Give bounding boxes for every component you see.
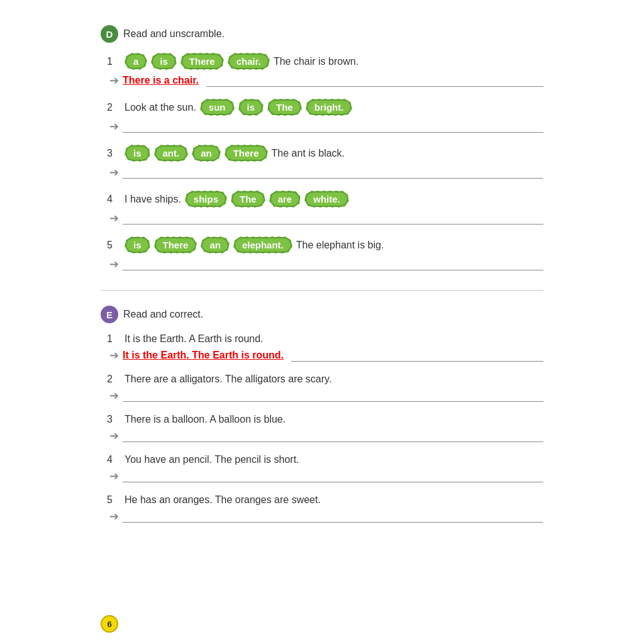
exercise-d2: 2 Look at the sun. sun is The bright. ➔ bbox=[101, 99, 543, 133]
word-tag-is-2: is bbox=[238, 99, 264, 116]
answer-row-e1: ➔ It is the Earth. The Earth is round. bbox=[107, 348, 543, 362]
prefix-d4: I have ships. bbox=[125, 194, 181, 205]
exercise-e2: 2 There are a alligators. The alligators… bbox=[101, 374, 543, 402]
exercise-d4-line: 4 I have ships. ships The are white. bbox=[107, 191, 543, 208]
answer-line-d3 bbox=[123, 166, 543, 179]
exercise-e5: 5 He has an oranges. The oranges are swe… bbox=[101, 494, 543, 523]
answer-row-d3: ➔ bbox=[107, 165, 543, 179]
prefix-d2: Look at the sun. bbox=[125, 102, 196, 113]
answer-line-e3 bbox=[123, 430, 543, 442]
sentence-e2: There are a alligators. The alligators a… bbox=[125, 374, 331, 385]
answer-row-e2: ➔ bbox=[107, 389, 543, 402]
section-e-badge: E bbox=[101, 306, 118, 323]
word-tag-the-4: The bbox=[231, 191, 265, 208]
word-tag-are: are bbox=[269, 191, 301, 208]
exercise-e3-line: 3 There is a balloon. A balloon is blue. bbox=[107, 414, 543, 425]
word-tag-sun: sun bbox=[200, 99, 235, 116]
exercise-e3: 3 There is a balloon. A balloon is blue.… bbox=[101, 414, 543, 443]
section-d: D Read and unscramble. 1 a is There chai… bbox=[101, 25, 543, 271]
section-d-instruction: Read and unscramble. bbox=[123, 28, 225, 40]
answer-row-d4: ➔ bbox=[107, 211, 543, 225]
exercise-e2-num: 2 bbox=[107, 374, 118, 385]
answer-line-d4 bbox=[123, 212, 543, 225]
exercise-d2-num: 2 bbox=[107, 102, 118, 113]
word-tag-the-2: The bbox=[267, 99, 302, 116]
answer-line-e2 bbox=[123, 389, 543, 402]
exercise-e1-num: 1 bbox=[107, 333, 118, 345]
answer-line-d1 bbox=[206, 74, 543, 87]
exercise-d5: 5 is There an elephant. The elephant is … bbox=[101, 236, 543, 271]
sentence-e5: He has an oranges. The oranges are sweet… bbox=[125, 494, 321, 506]
exercise-e4: 4 You have an pencil. The pencil is shor… bbox=[101, 454, 543, 483]
sentence-e4: You have an pencil. The pencil is short. bbox=[125, 454, 299, 465]
answer-line-e4 bbox=[123, 470, 543, 482]
exercise-e1: 1 It is the Earth. A Earth is round. ➔ I… bbox=[101, 333, 543, 362]
section-e-header: E Read and correct. bbox=[101, 306, 543, 323]
arrow-e3: ➔ bbox=[109, 429, 119, 443]
word-tag-is-3: is bbox=[125, 145, 150, 162]
exercise-d2-line: 2 Look at the sun. sun is The bright. bbox=[107, 99, 543, 116]
answer-row-d5: ➔ bbox=[107, 257, 543, 271]
word-tag-there-5: There bbox=[154, 236, 197, 253]
arrow-d5: ➔ bbox=[109, 257, 119, 271]
answer-text-d1: There is a chair. bbox=[123, 75, 199, 86]
word-tag-bright: bright. bbox=[306, 99, 353, 116]
exercise-d3-num: 3 bbox=[107, 148, 118, 159]
word-tag-ships: ships bbox=[185, 191, 227, 208]
exercise-d1: 1 a is There chair. The chair is brown. … bbox=[101, 53, 543, 87]
arrow-d3: ➔ bbox=[109, 165, 119, 179]
exercise-e5-line: 5 He has an oranges. The oranges are swe… bbox=[107, 494, 543, 506]
exercise-e4-num: 4 bbox=[107, 454, 118, 465]
answer-line-d5 bbox=[123, 258, 543, 270]
exercise-d5-line: 5 is There an elephant. The elephant is … bbox=[107, 236, 543, 253]
word-tag-chair: chair. bbox=[228, 53, 270, 70]
arrow-d4: ➔ bbox=[109, 211, 119, 225]
sentence-e1: It is the Earth. A Earth is round. bbox=[125, 333, 264, 345]
section-d-header: D Read and unscramble. bbox=[101, 25, 543, 43]
hint-d5: The elephant is big. bbox=[296, 240, 384, 251]
word-tag-elephant: elephant. bbox=[233, 236, 292, 253]
page-number: 6 bbox=[101, 615, 118, 633]
word-tag-an-3: an bbox=[192, 145, 221, 162]
exercise-e1-line: 1 It is the Earth. A Earth is round. bbox=[107, 333, 543, 345]
section-e-instruction: Read and correct. bbox=[123, 309, 203, 320]
answer-row-d1: ➔ There is a chair. bbox=[107, 74, 543, 87]
section-d-badge: D bbox=[101, 25, 118, 43]
hint-d3: The ant is black. bbox=[272, 148, 345, 159]
exercise-d4: 4 I have ships. ships The are white. ➔ bbox=[101, 191, 543, 225]
answer-line-d2 bbox=[123, 120, 543, 133]
exercise-e4-line: 4 You have an pencil. The pencil is shor… bbox=[107, 454, 543, 465]
answer-row-e3: ➔ bbox=[107, 429, 543, 443]
arrow-d1: ➔ bbox=[109, 74, 119, 87]
word-tag-is-1: is bbox=[151, 53, 177, 70]
word-tag-a: a bbox=[125, 53, 147, 70]
exercise-d3-line: 3 is ant. an There The ant is black. bbox=[107, 145, 543, 162]
page: D Read and unscramble. 1 a is There chai… bbox=[0, 0, 644, 580]
arrow-e1: ➔ bbox=[109, 348, 119, 362]
answer-row-e5: ➔ bbox=[107, 509, 543, 523]
arrow-e5: ➔ bbox=[109, 509, 119, 523]
section-e: E Read and correct. 1 It is the Earth. A… bbox=[101, 306, 543, 523]
hint-d1: The chair is brown. bbox=[274, 56, 358, 67]
word-tag-there-3: There bbox=[225, 145, 268, 162]
exercise-d3: 3 is ant. an There The ant is black. ➔ bbox=[101, 145, 543, 179]
word-tag-there-1: There bbox=[180, 53, 224, 70]
arrow-d2: ➔ bbox=[109, 119, 119, 133]
exercise-d5-num: 5 bbox=[107, 240, 118, 251]
answer-row-e4: ➔ bbox=[107, 469, 543, 483]
answer-row-d2: ➔ bbox=[107, 119, 543, 133]
exercise-e2-line: 2 There are a alligators. The alligators… bbox=[107, 374, 543, 385]
sentence-e3: There is a balloon. A balloon is blue. bbox=[125, 414, 286, 425]
exercise-d1-line: 1 a is There chair. The chair is brown. bbox=[107, 53, 543, 70]
section-divider bbox=[101, 290, 543, 291]
exercise-d4-num: 4 bbox=[107, 194, 118, 205]
exercise-e3-num: 3 bbox=[107, 414, 118, 425]
answer-text-e1: It is the Earth. The Earth is round. bbox=[123, 350, 284, 361]
exercise-d1-num: 1 bbox=[107, 56, 118, 67]
answer-line-e1 bbox=[291, 349, 543, 362]
word-tag-an-5: an bbox=[201, 236, 230, 253]
arrow-e4: ➔ bbox=[109, 469, 119, 483]
word-tag-is-5: is bbox=[125, 236, 150, 253]
arrow-e2: ➔ bbox=[109, 389, 119, 402]
answer-line-e5 bbox=[123, 510, 543, 523]
